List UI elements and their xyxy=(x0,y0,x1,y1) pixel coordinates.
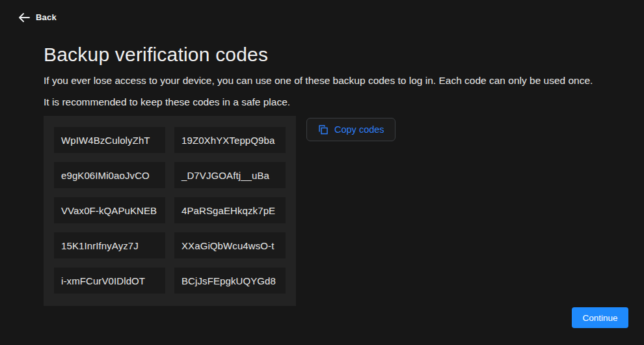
backup-code: BCjJsFEpgkUQYGd8 xyxy=(174,268,286,294)
backup-code: 19Z0XhYXTeppQ9ba xyxy=(174,127,286,153)
backup-codes-screen: Back Backup verification codes If you ev… xyxy=(0,0,644,345)
continue-button[interactable]: Continue xyxy=(572,307,628,328)
backup-code: i-xmFCurV0IDldOT xyxy=(54,268,165,294)
backup-code: e9gK06IMi0aoJvCO xyxy=(54,162,165,188)
back-button[interactable]: Back xyxy=(18,12,57,22)
backup-code: 4PaRSgaEHkqzk7pE xyxy=(174,197,286,223)
backup-code: WpIW4BzCulolyZhT xyxy=(54,127,165,153)
backup-code: _D7VJGOAftj__uBa xyxy=(174,162,286,188)
back-arrow-icon xyxy=(18,13,30,22)
back-label: Back xyxy=(36,12,57,22)
backup-code: 15K1InrIfnyAyz7J xyxy=(54,232,165,258)
description-line-2: It is recommended to keep these codes in… xyxy=(44,96,290,108)
codes-panel: WpIW4BzCulolyZhT 19Z0XhYXTeppQ9ba e9gK06… xyxy=(44,116,296,306)
copy-codes-button[interactable]: Copy codes xyxy=(306,118,396,141)
page-title: Backup verification codes xyxy=(44,44,268,66)
copy-codes-label: Copy codes xyxy=(334,124,384,135)
copy-icon xyxy=(317,124,329,135)
description-line-1: If you ever lose access to your device, … xyxy=(44,75,593,87)
backup-code: VVax0F-kQAPuKNEB xyxy=(54,197,165,223)
continue-label: Continue xyxy=(582,313,617,323)
backup-code: XXaGiQbWcu4wsO-t xyxy=(174,232,286,258)
